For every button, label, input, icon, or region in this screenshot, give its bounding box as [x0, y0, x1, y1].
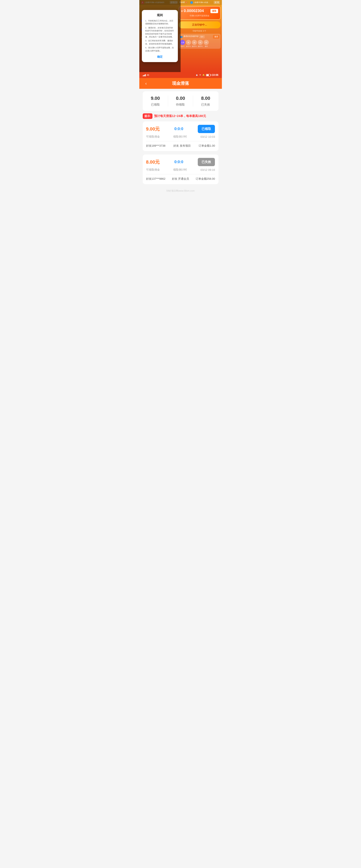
page-title: 现金滑落: [172, 81, 189, 86]
battery: [206, 74, 211, 76]
card-detail-row-2: 好友137***9862 好友 开通会员 订单金额258.00: [146, 177, 215, 181]
friend-info-2: 好友137***9862: [146, 177, 166, 181]
timer-label-2: 领取倒计时: [173, 168, 187, 172]
summary-pending: 0.00 待领取: [176, 96, 185, 106]
modal-title: 规则: [145, 13, 174, 17]
date-1: 03/12 10:03: [200, 135, 215, 138]
modal-box: 规则 1、印钞机每日工作到24点，次日需要重新启动才能继续印钞。 2、邀请好友，…: [142, 10, 178, 62]
right-content: ¥ 0.00002304 提取 印满0.3元即可提现现金 正在印钞中... 印钞…: [177, 5, 222, 50]
timer-1: 0:0:0: [174, 127, 183, 131]
order-info-2: 订单金额258.00: [196, 177, 215, 181]
bar-4: [145, 74, 146, 76]
card-detail-row-1: 好友189***3738 好友 发布项目 订单金额1.00: [146, 144, 215, 148]
avatar-circle: 人脉: [180, 40, 185, 45]
invite-avatars: 人脉 印钞中 + 邀请TA + 邀请TA + 邀请TA: [180, 40, 219, 48]
summary-expired-label: 已失效: [201, 103, 210, 106]
card-top-row-1: 9.00元 0:0:0 已领取: [146, 125, 215, 133]
invite-bar: 👥 邀请好友加速印钞 规则 邀请 人脉 印钞中 + 邀请TA: [179, 34, 221, 49]
card-label-row-2: 可领取佣金 领取倒计时 03/12 09:16: [146, 168, 215, 172]
action-info-2: 好友 开通会员: [172, 177, 189, 181]
modal-confirm-btn[interactable]: 确定: [145, 55, 174, 59]
tip-banner: 提示: 预计每天滑落12~24单，每单最高188元: [143, 113, 219, 119]
avatar-label: 邀请TA: [198, 45, 202, 48]
claimed-btn-1[interactable]: 已领取: [198, 125, 215, 133]
signal-bars: [143, 74, 146, 76]
money-amount: ¥ 0.00002304: [181, 9, 204, 13]
rule-2: 2、邀请好友，好友每日启动印钞机就可为你加速印钞，在你启动印钞前启动印钞的下级不…: [145, 26, 174, 38]
avatar-plus: +: [192, 40, 197, 45]
money-top-row: ¥ 0.00002304 提取: [181, 9, 218, 13]
tip-text: 预计每天滑落12~24单，每单最高188元: [154, 114, 206, 118]
commission-amount-1: 9.00元: [146, 126, 160, 132]
status-icon-1: ⏰: [196, 74, 198, 76]
avatar-item-0: 人脉 印钞中: [180, 40, 185, 48]
status-bar: 46 ⏰ 👁 🔔 10:06: [139, 72, 222, 78]
status-icon-3: 🔔: [202, 74, 205, 76]
money-hint: 印满0.3元即可提现现金: [181, 14, 218, 17]
avatar-item-2[interactable]: + 邀请TA: [192, 40, 197, 48]
card-top-row-2: 8.00元 0:0:0 已失效: [146, 158, 215, 166]
summary-expired-value: 8.00: [201, 96, 210, 101]
card-label-row-1: 可领取佣金 领取倒计时 03/12 10:03: [146, 135, 215, 138]
bar-1: [143, 75, 143, 76]
avatar-label: 邀请: [205, 45, 208, 48]
time-display: 10:06: [212, 73, 219, 76]
tip-badge: 提示:: [143, 113, 153, 119]
rules-btn[interactable]: 规则: [199, 35, 204, 38]
printing-btn[interactable]: 正在印钞中...: [179, 22, 221, 28]
status-icon-2: 👁: [199, 74, 201, 76]
bar-3: [144, 74, 145, 76]
money-symbol: ¥: [181, 9, 183, 13]
summary-claimed-label: 已领取: [151, 103, 160, 106]
avatar-label: 邀请TA: [186, 45, 191, 48]
order-info-1: 订单金额1.00: [199, 144, 215, 148]
date-2: 03/12 09:16: [200, 168, 215, 172]
network-type: 46: [147, 74, 149, 76]
summary-pending-label: 待领取: [176, 103, 185, 106]
page-header: ‹ 现金滑落: [139, 78, 222, 89]
avatar-item-1[interactable]: + 邀请TA: [186, 40, 191, 48]
timer-label-1: 领取倒计时: [173, 135, 187, 138]
rule-4: 4、首次满0.3元即可提取金额，往后满1元即可提取。: [145, 46, 174, 52]
avatar-plus: +: [198, 40, 203, 45]
action-info-1: 好友 发布项目: [173, 144, 191, 148]
avatar-plus: +: [204, 40, 209, 45]
commission-label-2: 可领取佣金: [146, 168, 160, 172]
back-button[interactable]: ‹: [143, 80, 150, 87]
right-app-panel: 印钞榜 ❤ 人 人脉通*印满0.3元提现成功 提 现 ¥ 0.00002304 …: [177, 0, 222, 72]
invite-title-text: 邀请好友加速印钞: [183, 35, 199, 38]
timer-2: 0:0:0: [174, 160, 183, 164]
summary-expired: 8.00 已失效: [201, 96, 210, 106]
expired-btn-2[interactable]: 已失效: [198, 158, 215, 166]
status-left: 46: [143, 74, 149, 76]
top-panels: 人 人脉通*印满0.3元提现成功 提现记录 人脉 印钞中 人脉 印钞中 人脉 休…: [139, 0, 222, 72]
commission-label-1: 可领取佣金: [146, 135, 160, 138]
card-divider-2: [146, 174, 215, 175]
avatar-label: 邀请TA: [192, 45, 196, 48]
invite-action-btn[interactable]: 邀请: [213, 35, 219, 38]
invite-info: 👥 邀请好友加速印钞 规则: [180, 35, 204, 38]
summary-claimed: 9.00 已领取: [151, 96, 160, 106]
left-app-panel: 人 人脉通*印满0.3元提现成功 提现记录 人脉 印钞中 人脉 印钞中 人脉 休…: [139, 0, 180, 72]
modal-rules: 1、印钞机每日工作到24点，次日需要重新启动才能继续印钞。 2、邀请好友，好友每…: [145, 19, 174, 52]
invite-title-row: 👥 邀请好友加速印钞 规则 邀请: [180, 35, 219, 38]
summary-claimed-value: 9.00: [151, 96, 160, 101]
summary-card: 9.00 已领取 0.00 待领取 8.00 已失效: [143, 91, 219, 111]
right-withdraw-btn[interactable]: 提 现: [214, 1, 220, 4]
right-top-bar: 印钞榜 ❤ 人 人脉通*印满0.3元提现成功 提 现: [177, 0, 222, 5]
battery-fill: [206, 74, 209, 76]
right-notif-text: 人脉通*印满0.3元提现成功: [193, 1, 210, 4]
printing-friends: 印钞中好友 0 个: [179, 30, 221, 32]
avatar-item-4[interactable]: + 邀请: [204, 40, 209, 48]
rule-1: 1、印钞机每日工作到24点，次日需要重新启动才能继续印钞。: [145, 19, 174, 25]
money-display: ¥ 0.00002304 提取 印满0.3元即可提现现金: [179, 6, 221, 20]
avatar-label: 印钞中: [180, 45, 185, 48]
watermark: 58好项目网www.58xm.com: [139, 188, 222, 194]
commission-card-2: 8.00元 0:0:0 已失效 可领取佣金 领取倒计时 03/12 09:16 …: [143, 154, 219, 184]
right-notif-icon: 人: [190, 1, 193, 4]
bar-2: [143, 75, 144, 76]
commission-amount-2: 8.00元: [146, 159, 160, 165]
commission-card-1: 9.00元 0:0:0 已领取 可领取佣金 领取倒计时 03/12 10:03 …: [143, 121, 219, 151]
avatar-item-3[interactable]: + 邀请TA: [198, 40, 203, 48]
right-withdraw-cash-btn[interactable]: 提取: [210, 9, 218, 13]
